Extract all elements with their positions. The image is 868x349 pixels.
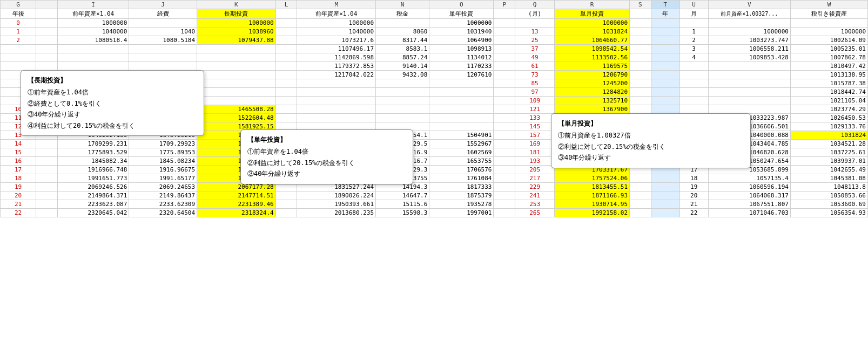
table-cell [630,88,651,97]
table-cell: 8583.1 [376,45,429,53]
table-cell: 2013680.235 [297,209,376,217]
table-cell [494,36,515,45]
table-cell [36,28,58,36]
table-cell [275,79,297,88]
table-cell: 1002614.09 [790,36,867,45]
table-cell [494,71,515,79]
col-u-header: U [679,1,708,9]
tooltip-annual: 【単年投資】 ①前年資産を1.04倍 ②利益に対して20.15%の税金を引く ③… [240,129,413,184]
table-cell [630,209,651,217]
table-cell [429,88,494,97]
table-cell: 22 [679,209,708,217]
table-cell [297,79,376,88]
table-cell [494,105,515,114]
table-cell [630,183,651,191]
table-cell: 253 [515,200,555,209]
table-cell [36,45,58,53]
table-cell: 1034521.28 [790,140,867,148]
table-cell [494,45,515,53]
table-cell: 1080.5184 [129,36,197,45]
table-cell: 109 [515,97,555,105]
table-row: 181991651.7731991.651771989660.121774838… [1,174,868,183]
table-cell: 1133502.56 [555,53,630,62]
table-cell: 21 [1,200,36,209]
table-cell: 1010497.42 [790,62,867,71]
col-j-header: J [129,1,197,9]
table-cell: 1040000 [57,28,129,36]
table-cell [275,105,297,114]
table-cell [36,183,58,191]
table-cell: 2233623.087 [57,200,129,209]
table-row: 212233623.0872233.623092231389.461950393… [1,200,868,209]
hdr-j: 経費 [129,9,197,19]
tooltip-long-line2: ②経費として0.1%を引く [28,98,197,109]
table-cell [57,53,129,62]
table-cell: 8060 [376,28,429,36]
table-cell: 1005235.01 [790,45,867,53]
table-cell [630,19,651,28]
table-row: 1142869.5988857.241134012491133502.56410… [1,53,868,62]
table-cell [679,62,708,71]
table-cell: 1206790 [555,71,630,79]
col-n-header: N [376,1,429,9]
table-cell [790,19,867,28]
table-cell [630,53,651,62]
table-cell: 145 [515,122,555,131]
table-cell [57,45,129,53]
table-cell [651,62,679,71]
table-cell: 1757524.06 [555,174,630,183]
table-cell [651,97,679,105]
table-cell: 1006558.211 [708,45,790,53]
table-cell: 18 [679,174,708,183]
table-cell: 13 [515,28,555,36]
table-cell [129,19,197,28]
table-cell [57,62,129,71]
table-cell: 1170233 [429,62,494,71]
tooltip-monthly-line3: ③40年分繰り返す [558,152,744,163]
tooltip-monthly: 【単月投資】 ①前月資産を1.00327倍 ②利益に対して20.15%の税金を引… [551,113,751,168]
table-cell: 1067551.807 [708,200,790,209]
table-cell: 8857.24 [376,53,429,62]
table-cell [197,45,276,53]
table-cell: 1134012 [429,53,494,62]
table-cell: 37 [515,45,555,53]
table-cell [494,140,515,148]
table-cell [494,148,515,157]
table-cell [429,97,494,105]
table-cell: 1245200 [555,79,630,88]
table-cell: 1018442.74 [790,88,867,97]
table-cell: 1098913 [429,45,494,53]
table-cell [275,53,297,62]
table-cell: 1045381.08 [790,174,867,183]
table-cell: 1845082.34 [57,157,129,166]
table-cell: 1021105.04 [790,97,867,105]
table-cell: 193 [515,157,555,166]
table-cell [651,183,679,191]
table-cell: 1009853.428 [708,53,790,62]
table-cell: 1064900 [429,36,494,45]
table-cell: 1023774.29 [790,105,867,114]
table-cell [429,79,494,88]
table-cell [494,114,515,122]
table-cell [429,122,494,131]
table-cell: 1000000 [708,28,790,36]
table-cell: 1000000 [197,19,276,28]
table-cell: 15598.3 [376,209,429,217]
table-row: 1104000010401038960104000080601031940131… [1,28,868,36]
table-cell [651,28,679,36]
table-cell [708,19,790,28]
table-cell: 8317.44 [376,36,429,45]
table-cell [275,88,297,97]
table-cell: 121 [515,105,555,114]
table-cell [630,28,651,36]
table-cell: 1950393.661 [297,200,376,209]
table-cell: 1284820 [555,88,630,97]
table-cell: 22 [1,209,36,217]
table-cell: 97 [515,88,555,97]
table-cell [275,200,297,209]
hdr-r: 単月投資 [555,9,630,19]
hdr-h [36,9,58,19]
table-cell: 9432.08 [376,71,429,79]
table-cell: 15115.6 [376,200,429,209]
table-cell [494,157,515,166]
